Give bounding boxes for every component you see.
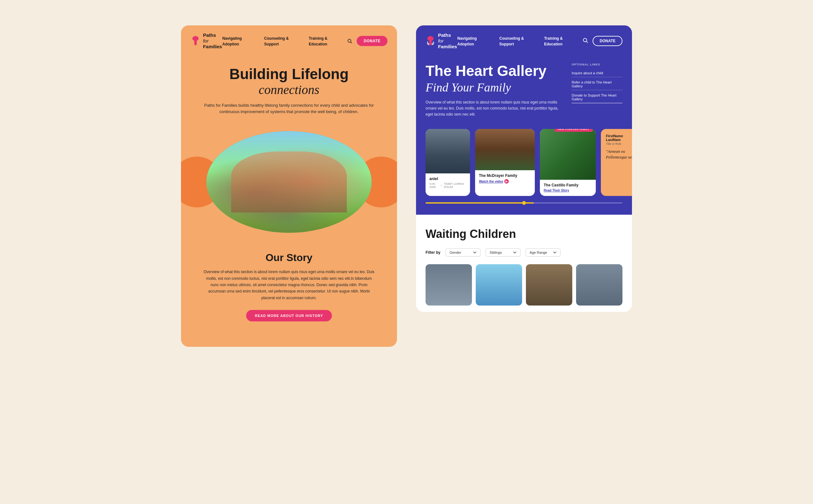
hg-nav-counseling[interactable]: Counseling & Support (499, 35, 535, 47)
hg-optional-links: OPTIONAL LINKS Inquire about a child Ref… (572, 63, 622, 118)
left-nav-links: Navigating Adoption Counseling & Support… (222, 35, 343, 47)
hg-nav-adoption[interactable]: Navigating Adoption (457, 35, 490, 47)
child-card-3[interactable] (526, 264, 572, 306)
card-name-3: The Castillo Family (544, 183, 592, 187)
child-card-2[interactable] (476, 264, 522, 306)
left-hero: Building Lifelong connections Paths for … (181, 57, 397, 122)
chevron-down-icon (553, 252, 556, 253)
gallery-card-overflow: FirstName LastNam Title or Role "Aenean … (601, 129, 632, 196)
watch-video-link[interactable]: Watch the video ▶ (479, 179, 531, 184)
progress-dot (522, 201, 526, 205)
card-info-3: The Castillo Family Read Their Story (540, 180, 596, 196)
card-meta-1: N IN 2009 TIDBIT LOREM IPSUM (429, 182, 466, 189)
hg-link-refer[interactable]: Refer a child to The Heart Gallery (572, 78, 622, 90)
search-icon[interactable] (347, 38, 352, 44)
nav-item-training[interactable]: Training & Education (309, 35, 343, 47)
nav-item-counseling[interactable]: Counseling & Support (264, 35, 300, 47)
hg-nav-training[interactable]: Training & Education (544, 35, 578, 47)
our-story-body: Overview of what this section is about l… (203, 269, 375, 301)
hg-optional-title: OPTIONAL LINKS (572, 63, 622, 66)
card-info-2: The McDrayer Family Watch the video ▶ (475, 170, 535, 187)
card-photo-3 (540, 129, 596, 180)
gender-filter[interactable]: Gender (446, 248, 480, 257)
waiting-children-title: Waiting Children (426, 227, 622, 241)
right-panel: Paths for Families Navigating Adoption C… (416, 25, 632, 312)
svg-line-3 (586, 41, 588, 43)
hg-title: The Heart Gallery (426, 63, 565, 79)
right-logo[interactable]: Paths for Families (426, 32, 457, 50)
left-donate-button[interactable]: DONATE (357, 36, 387, 46)
dot-separator (441, 185, 442, 186)
progress-track[interactable] (426, 202, 622, 204)
left-logo-text: Paths for Families (203, 32, 222, 50)
card-name-1: aniel (429, 177, 466, 181)
filter-bar: Filter by Gender Siblings Age Range (426, 248, 622, 257)
waiting-children-section: Waiting Children Filter by Gender Siblin… (416, 215, 632, 312)
play-icon: ▶ (504, 179, 509, 184)
hg-donate-button[interactable]: DONATE (593, 36, 622, 46)
hg-desc: Overview of what this section is about l… (426, 99, 565, 118)
hg-subtitle: Find Your Family (426, 80, 565, 94)
hero-desc: Paths for Families builds healthy lifelo… (200, 102, 378, 116)
left-panel: Paths for Families Navigating Adoption C… (181, 25, 397, 347)
age-range-filter[interactable]: Age Range (526, 248, 561, 257)
right-nav-links: Navigating Adoption Counseling & Support… (457, 35, 578, 47)
progress-fill (426, 202, 534, 204)
chevron-down-icon (513, 252, 516, 253)
nav-item-adoption[interactable]: Navigating Adoption (222, 35, 255, 47)
read-story-link[interactable]: Read Their Story (544, 189, 592, 192)
overflow-quote: "Aenean eu Pellentesque sem. (606, 149, 632, 160)
child-card-4[interactable] (576, 264, 622, 306)
family-photo-container (181, 128, 397, 236)
hero-title: Building Lifelong (200, 66, 378, 82)
card-info-1: aniel N IN 2009 TIDBIT LOREM IPSUM (426, 173, 470, 192)
family-photo (206, 131, 372, 233)
gallery-card-2[interactable]: The McDrayer Family Watch the video ▶ (475, 129, 535, 196)
left-logo[interactable]: Paths for Families (191, 32, 222, 50)
hg-search-icon[interactable] (582, 37, 588, 44)
read-more-button[interactable]: READ MORE ABOUT OUR HISTORY (246, 310, 332, 321)
overflow-role: Title or Role (606, 142, 632, 145)
overflow-name: FirstName LastNam (606, 134, 632, 142)
svg-line-1 (351, 42, 352, 43)
gallery-card-1[interactable]: aniel N IN 2009 TIDBIT LOREM IPSUM (426, 129, 470, 196)
hg-link-inquire[interactable]: Inquire about a child (572, 69, 622, 77)
gallery-card-3[interactable]: NEW FOREVER FAMILY The Castillo Family R… (540, 129, 596, 196)
card-name-2: The McDrayer Family (479, 173, 531, 178)
our-story-section: Our Story Overview of what this section … (181, 242, 397, 331)
hero-subtitle: connections (200, 82, 378, 97)
children-grid (426, 264, 622, 306)
our-story-title: Our Story (203, 252, 375, 264)
logo-icon (191, 35, 200, 47)
left-nav: Paths for Families Navigating Adoption C… (181, 25, 397, 57)
right-nav: Paths for Families Navigating Adoption C… (416, 25, 632, 57)
filter-label: Filter by (426, 250, 440, 255)
hg-content: The Heart Gallery Find Your Family Overv… (416, 57, 632, 124)
heart-gallery-section: Paths for Families Navigating Adoption C… (416, 25, 632, 215)
siblings-filter[interactable]: Siblings (486, 248, 521, 257)
hg-main: The Heart Gallery Find Your Family Overv… (426, 63, 565, 118)
new-forever-family-badge: NEW FOREVER FAMILY (555, 129, 593, 132)
family-photo-inner (206, 131, 372, 233)
right-logo-text: Paths for Families (438, 32, 457, 50)
child-card-1[interactable] (426, 264, 472, 306)
gallery-progress[interactable] (416, 199, 632, 205)
hg-link-donate[interactable]: Donate to Support The Heart Gallery (572, 91, 622, 103)
gallery-cards: aniel N IN 2009 TIDBIT LOREM IPSUM The M… (416, 124, 632, 199)
card-photo-1 (426, 129, 470, 173)
card-photo-2 (475, 129, 535, 170)
chevron-down-icon (473, 252, 476, 253)
right-logo-icon (426, 35, 435, 47)
